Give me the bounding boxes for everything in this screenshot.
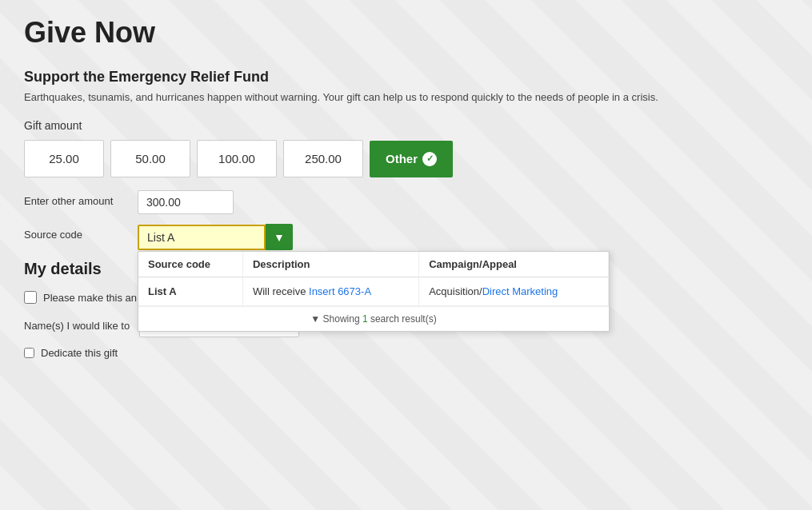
content: Give Now Support the Emergency Relief Fu… bbox=[24, 16, 788, 359]
source-code-dropdown-button[interactable]: ▼ bbox=[266, 224, 293, 250]
table-header-row: Source code Description Campaign/Appeal bbox=[138, 252, 609, 277]
fund-title: Support the Emergency Relief Fund bbox=[24, 69, 788, 86]
other-amount-input[interactable] bbox=[138, 190, 234, 214]
col-campaign: Campaign/Appeal bbox=[419, 252, 609, 277]
anonymous-checkbox[interactable] bbox=[24, 291, 37, 304]
amount-250-button[interactable]: 250.00 bbox=[283, 140, 363, 177]
row-description: Will receive Insert 6673-A bbox=[242, 277, 418, 306]
page-title: Give Now bbox=[24, 16, 788, 50]
table-row[interactable]: List A Will receive Insert 6673-A Acquis… bbox=[138, 277, 609, 306]
anonymous-label: Please make this an bbox=[43, 292, 137, 304]
dropdown-arrow-icon: ▼ bbox=[274, 231, 285, 244]
footer-prefix: ▼ Showing bbox=[310, 313, 362, 325]
source-code-row: Source code ▼ Source code Description bbox=[24, 224, 788, 250]
dropdown-footer: ▼ Showing 1 search result(s) bbox=[138, 306, 609, 331]
description-prefix: Will receive bbox=[253, 285, 309, 297]
amount-25-button[interactable]: 25.00 bbox=[24, 140, 104, 177]
col-description: Description bbox=[242, 252, 418, 277]
name-label: Name(s) I would like to bbox=[24, 320, 130, 332]
dedicate-checkbox[interactable] bbox=[24, 348, 34, 358]
page-container: Give Now Support the Emergency Relief Fu… bbox=[0, 0, 812, 510]
source-code-table: Source code Description Campaign/Appeal … bbox=[138, 252, 609, 306]
other-button[interactable]: Other ✓ bbox=[370, 141, 453, 177]
footer-count: 1 bbox=[362, 313, 368, 325]
campaign-link: Direct Marketing bbox=[482, 285, 558, 297]
other-amount-label: Enter other amount bbox=[24, 190, 128, 207]
footer-suffix: search result(s) bbox=[368, 313, 437, 325]
row-source-code: List A bbox=[138, 277, 242, 306]
campaign-prefix: Acquisition/ bbox=[429, 285, 482, 297]
col-source-code: Source code bbox=[138, 252, 242, 277]
source-code-label: Source code bbox=[24, 224, 128, 241]
source-code-wrapper: ▼ Source code Description Campaign/Appea… bbox=[138, 224, 293, 250]
dedicate-row: Dedicate this gift bbox=[24, 347, 788, 359]
table-header: Source code Description Campaign/Appeal bbox=[138, 252, 609, 277]
source-code-input-row: ▼ bbox=[138, 224, 293, 250]
other-button-label: Other bbox=[386, 152, 418, 165]
amount-50-button[interactable]: 50.00 bbox=[110, 140, 190, 177]
other-amount-row: Enter other amount bbox=[24, 190, 788, 214]
gift-amount-label: Gift amount bbox=[24, 119, 788, 132]
row-campaign: Acquisition/Direct Marketing bbox=[419, 277, 609, 306]
fund-description: Earthquakes, tsunamis, and hurricanes ha… bbox=[24, 90, 788, 105]
dedicate-label: Dedicate this gift bbox=[41, 347, 118, 359]
amount-100-button[interactable]: 100.00 bbox=[197, 140, 277, 177]
source-code-input[interactable] bbox=[138, 225, 266, 250]
source-code-dropdown: Source code Description Campaign/Appeal … bbox=[138, 251, 610, 332]
other-check-icon: ✓ bbox=[422, 152, 437, 166]
table-body: List A Will receive Insert 6673-A Acquis… bbox=[138, 277, 609, 306]
description-link: Insert 6673-A bbox=[309, 285, 371, 297]
amount-buttons: 25.00 50.00 100.00 250.00 Other ✓ bbox=[24, 140, 788, 177]
